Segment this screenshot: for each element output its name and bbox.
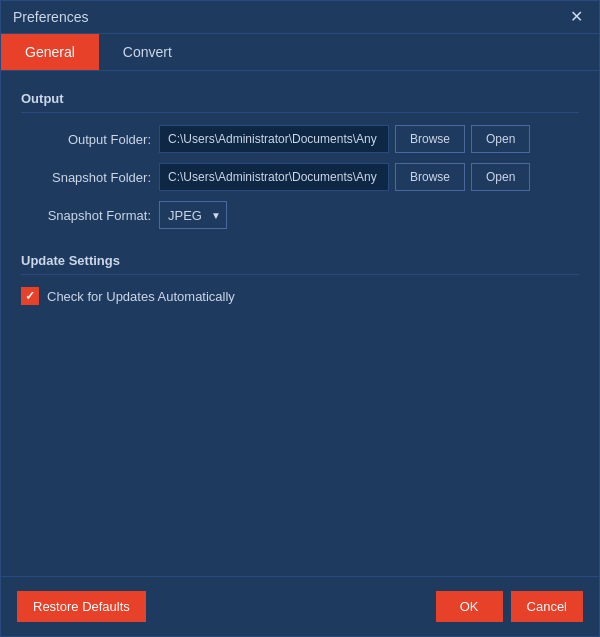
tab-general[interactable]: General bbox=[1, 34, 99, 70]
ok-button[interactable]: OK bbox=[436, 591, 503, 622]
output-section: Output Output Folder: Browse Open Snapsh… bbox=[21, 91, 579, 229]
restore-defaults-button[interactable]: Restore Defaults bbox=[17, 591, 146, 622]
auto-update-row: Check for Updates Automatically bbox=[21, 287, 579, 305]
snapshot-folder-input[interactable] bbox=[159, 163, 389, 191]
dialog-title: Preferences bbox=[13, 9, 88, 25]
title-bar: Preferences ✕ bbox=[1, 1, 599, 34]
snapshot-folder-label: Snapshot Folder: bbox=[21, 170, 151, 185]
output-folder-label: Output Folder: bbox=[21, 132, 151, 147]
output-section-title: Output bbox=[21, 91, 579, 113]
tab-bar: General Convert bbox=[1, 34, 599, 71]
snapshot-browse-button[interactable]: Browse bbox=[395, 163, 465, 191]
snapshot-format-row: Snapshot Format: JPEG PNG BMP bbox=[21, 201, 579, 229]
snapshot-format-wrapper: JPEG PNG BMP bbox=[159, 201, 227, 229]
snapshot-format-label: Snapshot Format: bbox=[21, 208, 151, 223]
snapshot-open-button[interactable]: Open bbox=[471, 163, 530, 191]
output-folder-input[interactable] bbox=[159, 125, 389, 153]
preferences-dialog: Preferences ✕ General Convert Output Out… bbox=[0, 0, 600, 637]
output-open-button[interactable]: Open bbox=[471, 125, 530, 153]
tab-convert[interactable]: Convert bbox=[99, 34, 196, 70]
auto-update-checkbox-wrapper[interactable] bbox=[21, 287, 39, 305]
close-button[interactable]: ✕ bbox=[566, 9, 587, 25]
footer: Restore Defaults OK Cancel bbox=[1, 576, 599, 636]
footer-right-buttons: OK Cancel bbox=[436, 591, 583, 622]
snapshot-format-select[interactable]: JPEG PNG BMP bbox=[159, 201, 227, 229]
update-section: Update Settings Check for Updates Automa… bbox=[21, 253, 579, 305]
output-folder-row: Output Folder: Browse Open bbox=[21, 125, 579, 153]
update-section-title: Update Settings bbox=[21, 253, 579, 275]
output-browse-button[interactable]: Browse bbox=[395, 125, 465, 153]
content-area: Output Output Folder: Browse Open Snapsh… bbox=[1, 71, 599, 576]
auto-update-label: Check for Updates Automatically bbox=[47, 289, 235, 304]
cancel-button[interactable]: Cancel bbox=[511, 591, 583, 622]
snapshot-folder-row: Snapshot Folder: Browse Open bbox=[21, 163, 579, 191]
